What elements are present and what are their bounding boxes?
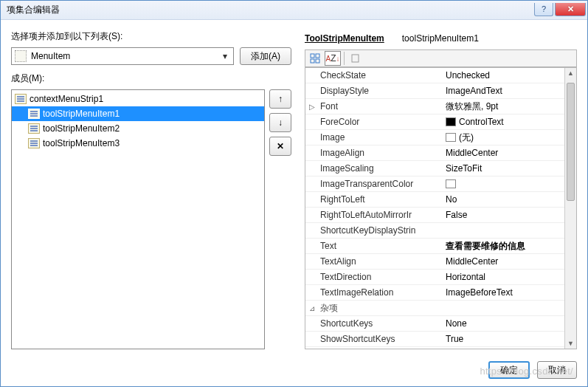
property-row[interactable]: CheckStateUnchecked xyxy=(305,68,564,83)
move-down-button[interactable]: ↓ xyxy=(269,113,291,132)
svg-rect-2 xyxy=(311,59,314,63)
property-value[interactable] xyxy=(443,179,564,188)
members-label: 成员(M): xyxy=(11,72,291,85)
tree-item[interactable]: toolStripMenuItem1 xyxy=(12,106,264,121)
property-row[interactable]: ⊿杂项 xyxy=(305,301,564,316)
instance-name: toolStripMenuItem1 xyxy=(402,33,479,44)
item-type-combo[interactable]: MenuItem ▾ xyxy=(11,47,234,65)
property-row[interactable]: DisplayStyleImageAndText xyxy=(305,83,564,99)
titlebar[interactable]: 项集合编辑器 ? ✕ xyxy=(1,1,587,20)
dialog-window: 项集合编辑器 ? ✕ 选择项并添加到以下列表(S): MenuItem ▾ 添加… xyxy=(0,0,588,387)
property-value[interactable]: ControlText xyxy=(443,117,564,127)
members-tree[interactable]: contextMenuStrip1 toolStripMenuItem1 too… xyxy=(11,89,265,349)
add-button[interactable]: 添加(A) xyxy=(240,47,291,65)
property-name: ShortcutKeys xyxy=(319,318,443,329)
property-value[interactable]: None xyxy=(443,318,564,329)
component-icon xyxy=(15,94,27,104)
combo-text: MenuItem xyxy=(31,51,220,61)
right-panel: ToolStripMenuItem toolStripMenuItem1 AZ↓… xyxy=(305,30,577,349)
categorized-button[interactable] xyxy=(307,51,323,66)
property-name: DisplayStyle xyxy=(319,86,443,96)
property-row[interactable]: RightToLeftAutoMirrorIrFalse xyxy=(305,208,564,223)
arrow-down-icon: ↓ xyxy=(278,117,283,128)
window-title: 项集合编辑器 xyxy=(7,4,533,16)
property-value[interactable]: 微软雅黑, 9pt xyxy=(443,100,564,113)
property-value[interactable]: MiddleCenter xyxy=(443,148,564,158)
close-button[interactable]: ✕ xyxy=(555,3,586,16)
property-row[interactable]: ImageAlignMiddleCenter xyxy=(305,145,564,161)
property-value[interactable]: True xyxy=(443,334,564,344)
property-name: RightToLeftAutoMirrorIr xyxy=(319,210,443,220)
type-name: ToolStripMenuItem xyxy=(305,33,384,44)
property-pages-button[interactable] xyxy=(347,51,364,66)
tree-item[interactable]: toolStripMenuItem3 xyxy=(12,136,264,151)
x-icon: ✕ xyxy=(277,141,284,151)
property-row[interactable]: ForeColorControlText xyxy=(305,114,564,130)
property-row[interactable]: ShortcutKeysNone xyxy=(305,316,564,332)
property-name: TextDirection xyxy=(319,272,443,282)
vertical-scrollbar[interactable] xyxy=(564,68,576,349)
propertygrid-toolbar: AZ↓ xyxy=(305,49,577,67)
alphabetical-button[interactable]: AZ↓ xyxy=(325,51,341,66)
tree-item[interactable]: toolStripMenuItem2 xyxy=(12,121,264,136)
property-row[interactable]: ShortcutKeyDisplayStrin xyxy=(305,223,564,239)
property-value[interactable]: 查看需要维修的信息 xyxy=(443,240,564,253)
scrollbar-thumb[interactable] xyxy=(567,83,575,201)
property-row[interactable]: TextAlignMiddleCenter xyxy=(305,254,564,270)
property-row[interactable]: ShowShortcutKeysTrue xyxy=(305,332,564,347)
tree-item-label: toolStripMenuItem3 xyxy=(43,138,120,148)
property-value[interactable]: Unchecked xyxy=(443,70,564,81)
property-name: ImageScaling xyxy=(319,163,443,174)
property-name: ShortcutKeyDisplayStrin xyxy=(319,225,443,236)
property-value[interactable]: ImageBeforeText xyxy=(443,287,564,298)
property-row[interactable]: Text查看需要维修的信息 xyxy=(305,239,564,254)
color-swatch xyxy=(446,133,456,142)
property-name: RightToLeft xyxy=(319,194,443,205)
property-grid[interactable]: CheckStateUncheckedDisplayStyleImageAndT… xyxy=(305,67,577,349)
property-name: Font xyxy=(319,101,443,112)
property-value[interactable]: SizeToFit xyxy=(443,163,564,174)
tree-item-label: toolStripMenuItem1 xyxy=(43,109,120,119)
content-area: 选择项并添加到以下列表(S): MenuItem ▾ 添加(A) 成员(M): … xyxy=(1,20,587,354)
property-row[interactable]: TextDirectionHorizontal xyxy=(305,270,564,285)
property-row[interactable]: ▷Font微软雅黑, 9pt xyxy=(305,99,564,114)
tree-root[interactable]: contextMenuStrip1 xyxy=(12,92,264,106)
move-up-button[interactable]: ↑ xyxy=(269,89,291,109)
expand-icon[interactable]: ▷ xyxy=(305,103,319,111)
separator xyxy=(344,52,345,65)
property-row[interactable]: ImageTransparentColor xyxy=(305,177,564,192)
ok-button[interactable]: 确定 xyxy=(488,361,530,379)
property-value[interactable]: No xyxy=(443,194,564,205)
property-name: Image xyxy=(319,132,443,143)
property-name: ShowShortcutKeys xyxy=(319,334,443,344)
property-value[interactable]: False xyxy=(443,210,564,220)
window-buttons: ? ✕ xyxy=(533,3,586,18)
property-value[interactable]: ImageAndText xyxy=(443,86,564,96)
sort-az-icon: AZ↓ xyxy=(325,53,339,64)
menuitem-icon xyxy=(15,50,27,62)
delete-button[interactable]: ✕ xyxy=(269,137,291,156)
property-name: CheckState xyxy=(319,70,443,81)
color-swatch xyxy=(446,117,456,126)
svg-rect-1 xyxy=(316,54,319,58)
chevron-down-icon[interactable]: ▾ xyxy=(220,51,230,61)
property-name: TextAlign xyxy=(319,256,443,267)
property-value[interactable]: MiddleCenter xyxy=(443,256,564,267)
help-button[interactable]: ? xyxy=(534,3,553,16)
cancel-button[interactable]: 取消 xyxy=(537,361,577,379)
dialog-footer: 确定 取消 xyxy=(1,354,587,386)
reorder-buttons: ↑ ↓ ✕ xyxy=(269,89,291,349)
menuitem-icon xyxy=(28,123,40,134)
type-row: MenuItem ▾ 添加(A) xyxy=(11,47,291,65)
property-value[interactable]: (无) xyxy=(443,131,564,144)
property-name: 杂项 xyxy=(319,302,443,315)
expand-icon[interactable]: ⊿ xyxy=(305,304,319,312)
property-row[interactable]: Image(无) xyxy=(305,130,564,145)
property-value[interactable]: Horizontal xyxy=(443,272,564,282)
property-row[interactable]: TextImageRelationImageBeforeText xyxy=(305,285,564,301)
property-row[interactable]: ImageScalingSizeToFit xyxy=(305,161,564,177)
property-row[interactable]: RightToLeftNo xyxy=(305,192,564,208)
categorized-icon xyxy=(310,53,320,64)
left-panel: 选择项并添加到以下列表(S): MenuItem ▾ 添加(A) 成员(M): … xyxy=(11,30,291,349)
property-header: ToolStripMenuItem toolStripMenuItem1 xyxy=(305,30,577,47)
